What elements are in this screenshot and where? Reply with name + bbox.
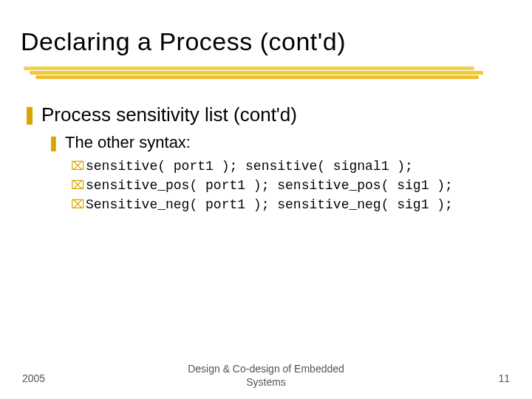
code-text: sensitive_pos( port1 ); sensitive_pos( s… xyxy=(86,177,453,194)
bullet-icon: ❚ xyxy=(22,103,41,126)
slide-body: ❚ Process sensitivity list (cont'd) ❚ Th… xyxy=(22,103,510,213)
underline-bar xyxy=(24,66,474,70)
code-text: Sensitive_neg( port1 ); sensitive_neg( s… xyxy=(86,197,453,213)
footer-title-line-2: Systems xyxy=(246,376,286,388)
slide: Declaring a Process (cont'd) ❚ Process s… xyxy=(0,0,532,399)
bullet-level-3: ⌧ Sensitive_neg( port1 ); sensitive_neg(… xyxy=(71,197,510,213)
bullet-level-3: ⌧ sensitive_pos( port1 ); sensitive_pos(… xyxy=(71,177,510,194)
underline-bar xyxy=(35,75,479,79)
title-block: Declaring a Process (cont'd) xyxy=(21,28,511,55)
bullet-icon: ⌧ xyxy=(71,197,86,213)
footer-title: Design & Co-design of Embedded Systems xyxy=(0,363,532,389)
footer-title-line-1: Design & Co-design of Embedded xyxy=(188,363,344,375)
title-underline xyxy=(21,66,494,83)
code-text: sensitive( port1 ); sensitive( signal1 )… xyxy=(86,158,413,174)
bullet-level-3: ⌧ sensitive( port1 ); sensitive( signal1… xyxy=(71,158,510,174)
bullet-icon: ⌧ xyxy=(71,177,86,194)
slide-title: Declaring a Process (cont'd) xyxy=(21,28,346,55)
bullet-icon: ⌧ xyxy=(71,158,86,174)
bullet-level-1: ❚ Process sensitivity list (cont'd) xyxy=(22,103,510,126)
bullet-icon: ❚ xyxy=(47,133,65,152)
slide-number: 11 xyxy=(498,372,510,384)
bullet-level-2: ❚ The other syntax: xyxy=(47,133,510,152)
bullet-text: Process sensitivity list (cont'd) xyxy=(41,103,297,126)
bullet-text: The other syntax: xyxy=(65,133,191,152)
underline-bar xyxy=(30,71,483,75)
